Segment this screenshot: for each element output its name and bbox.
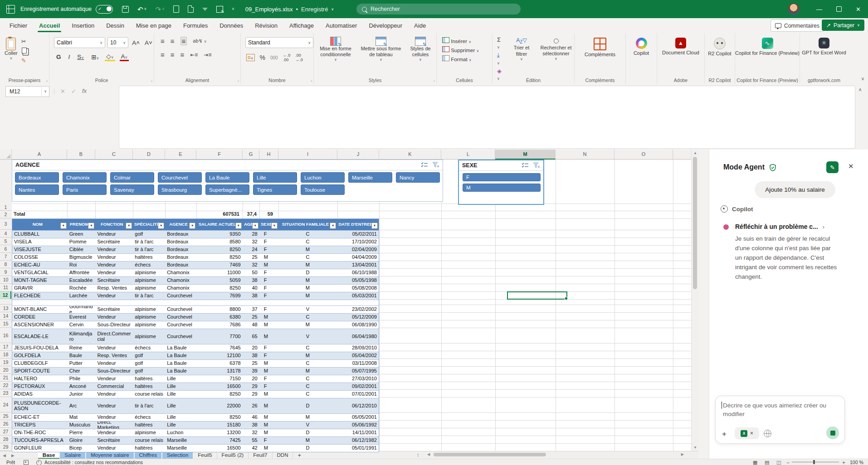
table-cell[interactable]: 16500: [196, 445, 243, 452]
table-cell[interactable]: F: [259, 383, 278, 390]
table-cell[interactable]: CLUBBALL: [12, 231, 68, 238]
table-cell[interactable]: M: [278, 321, 337, 329]
workbook-context-chip[interactable]: X ×: [735, 427, 759, 439]
number-format-select[interactable]: Standard∨: [245, 37, 313, 48]
table-cell[interactable]: M: [278, 437, 337, 444]
table-cell[interactable]: Cervin: [68, 321, 96, 329]
table-cell[interactable]: Bordeaux: [165, 238, 196, 246]
table-cell[interactable]: M: [259, 429, 278, 436]
table-cell[interactable]: Resp. Ventes: [96, 352, 133, 359]
column-header-J[interactable]: J: [337, 150, 379, 160]
table-cell[interactable]: ON-THE-ROC: [12, 429, 68, 436]
table-cell[interactable]: F: [259, 285, 278, 292]
tab-aide[interactable]: Aide: [408, 18, 432, 33]
sheet-tab-ddn[interactable]: DDN: [273, 451, 293, 459]
macro-record-icon[interactable]: [24, 460, 29, 465]
table-cell[interactable]: 02/04/2009: [337, 246, 379, 253]
slicer-item-bordeaux[interactable]: Bordeaux: [15, 172, 59, 183]
table-cell[interactable]: F: [259, 277, 278, 284]
table-cell[interactable]: 05/04/2002: [337, 352, 379, 359]
table-cell[interactable]: Courchevel: [165, 292, 196, 300]
slicer-item-tignes[interactable]: Tignes: [253, 184, 297, 195]
row-header-25[interactable]: 25: [0, 412, 11, 420]
table-cell[interactable]: V: [278, 329, 337, 344]
add-sheet-button[interactable]: +: [293, 452, 306, 459]
table-cell[interactable]: 39: [243, 368, 259, 375]
table-header-sp-cialit[interactable]: SPÉCIALITÉ▼: [133, 219, 165, 230]
table-cell[interactable]: Lille: [165, 375, 196, 383]
table-cell[interactable]: 29: [243, 391, 259, 398]
table-cell[interactable]: M: [259, 360, 278, 367]
table-cell[interactable]: La Baule: [165, 360, 196, 367]
table-cell[interactable]: 16500: [196, 383, 243, 390]
table-cell[interactable]: Vendeur: [96, 314, 133, 321]
slicer-sexe[interactable]: SEXE FM: [458, 160, 544, 205]
insert-cells-button[interactable]: Insérer ∨: [442, 37, 492, 44]
table-cell[interactable]: Bordeaux: [165, 262, 196, 269]
autosave-toggle[interactable]: ✓: [96, 5, 113, 14]
table-cell[interactable]: 05/12/2009: [337, 314, 379, 321]
tab-r-vision[interactable]: Révision: [249, 18, 283, 33]
row-header-22[interactable]: 22: [0, 382, 11, 389]
row-header-1[interactable]: 1: [0, 203, 11, 211]
table-cell[interactable]: Rochée: [68, 285, 96, 292]
table-cell[interactable]: Chamonix: [165, 277, 196, 284]
conditional-formatting-button[interactable]: Mise en forme conditionnelle∨: [315, 37, 356, 62]
table-cell[interactable]: 27/03/2010: [337, 375, 379, 383]
row-header-13[interactable]: 13: [0, 305, 11, 312]
row-header-28[interactable]: 28: [0, 436, 11, 443]
sheet-tab-base[interactable]: Base: [38, 451, 60, 459]
table-cell[interactable]: Roi: [68, 262, 96, 269]
tab-affichage[interactable]: Affichage: [283, 18, 320, 33]
document-title[interactable]: 09_Employés.xlsx • Enregistré ∨: [245, 6, 334, 13]
row-header-14[interactable]: 14: [0, 312, 11, 320]
table-cell[interactable]: 8250: [196, 414, 243, 421]
table-header-prenom[interactable]: PRENOM▼: [68, 219, 96, 230]
table-cell[interactable]: 06/12/1982: [337, 437, 379, 444]
table-cell[interactable]: 29: [243, 383, 259, 390]
table-cell[interactable]: 50: [243, 269, 259, 276]
sheet-tab-moyenne-salaire[interactable]: Moyenne salaire: [86, 451, 133, 459]
table-cell[interactable]: 42: [243, 445, 259, 452]
table-cell[interactable]: Lille: [165, 421, 196, 429]
gpt-excel-button[interactable]: ✳ GPT for Excel Word: [800, 33, 848, 56]
table-cell[interactable]: 38: [243, 277, 259, 284]
table-cell[interactable]: D: [278, 429, 337, 436]
row-header-8[interactable]: 8: [0, 261, 11, 268]
table-cell[interactable]: alpinisme: [133, 429, 165, 436]
table-cell[interactable]: échecs: [133, 344, 165, 352]
decrease-indent-icon[interactable]: ⇤≡: [190, 52, 198, 58]
filter-dropdown-icon[interactable]: ▼: [330, 223, 336, 229]
table-cell[interactable]: Pierre: [68, 429, 96, 436]
table-cell[interactable]: Putter: [68, 360, 96, 367]
avatar[interactable]: [788, 3, 800, 15]
table-cell[interactable]: 38: [243, 421, 259, 429]
row-header-11[interactable]: 11: [0, 284, 11, 291]
qat-overflow-icon[interactable]: ∨: [232, 7, 234, 11]
table-cell[interactable]: F: [259, 269, 278, 276]
table-cell[interactable]: VISEJUSTE: [12, 246, 68, 253]
table-cell[interactable]: F: [259, 375, 278, 383]
table-cell[interactable]: 05/06/1992: [337, 421, 379, 429]
table-cell[interactable]: 8800: [196, 306, 243, 313]
table-cell[interactable]: haltères: [133, 254, 165, 261]
zoom-slider-thumb[interactable]: [813, 460, 815, 464]
table-cell[interactable]: Bordeaux: [165, 246, 196, 253]
table-cell[interactable]: 06/10/1988: [337, 269, 379, 276]
accessibility-status[interactable]: Accessibilité : consultez nos recommanda…: [44, 460, 143, 465]
table-cell[interactable]: 9350: [196, 231, 243, 238]
table-cell[interactable]: échecs: [133, 414, 165, 421]
table-cell[interactable]: D: [278, 269, 337, 276]
table-cell[interactable]: 32: [243, 238, 259, 246]
table-cell[interactable]: course relais: [133, 437, 165, 444]
column-header-B[interactable]: B: [67, 150, 95, 160]
table-cell[interactable]: course relais: [133, 391, 165, 398]
borders-icon[interactable]: ⊞∨: [90, 53, 100, 61]
font-name-select[interactable]: Calibri∨: [54, 37, 105, 48]
table-cell[interactable]: M: [259, 254, 278, 261]
table-cell[interactable]: D: [278, 445, 337, 452]
sort-filter-button[interactable]: AZ▽ Trier et filtrer∨: [509, 36, 534, 81]
paste-button[interactable]: Coller∨: [5, 37, 18, 63]
slicer-item-marseille[interactable]: Marseille: [348, 172, 392, 183]
table-cell[interactable]: JESUIS-FOU-DELA: [12, 344, 68, 352]
